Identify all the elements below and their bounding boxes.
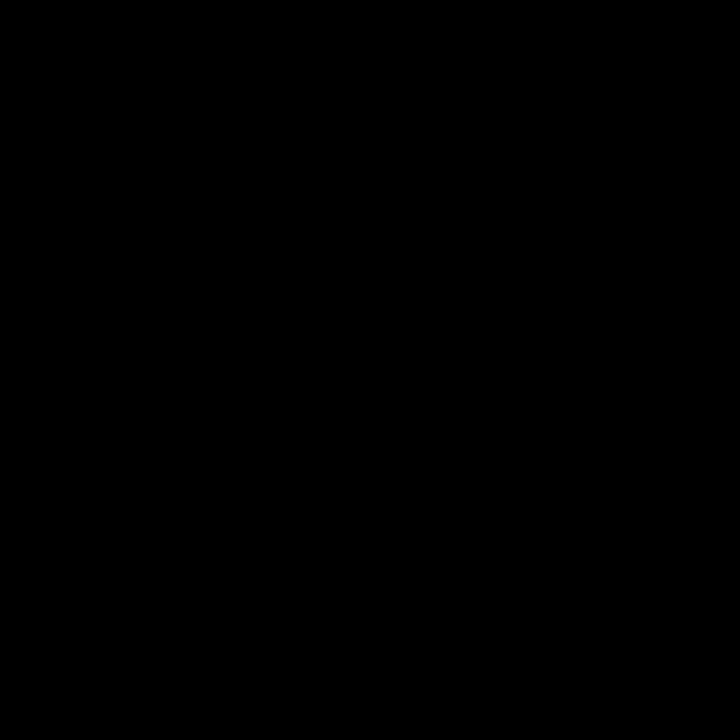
bottleneck-chart bbox=[0, 0, 728, 728]
chart-svg bbox=[0, 0, 728, 728]
